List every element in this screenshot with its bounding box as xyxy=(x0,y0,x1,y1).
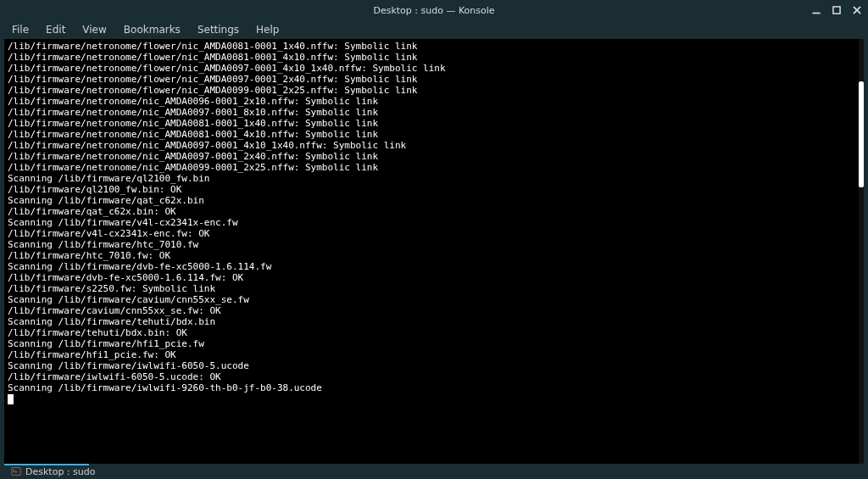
menu-bookmarks[interactable]: Bookmarks xyxy=(117,21,187,38)
terminal-line: /lib/firmware/s2250.fw: Symbolic link xyxy=(8,283,860,294)
terminal-cursor xyxy=(8,394,14,404)
close-button[interactable] xyxy=(851,4,863,16)
terminal-line: /lib/firmware/netronome/nic_AMDA0097-000… xyxy=(8,140,860,151)
tab-label: Desktop : sudo xyxy=(25,466,95,477)
terminal-line: /lib/firmware/htc_7010.fw: OK xyxy=(8,250,860,261)
terminal-line: Scanning /lib/firmware/iwlwifi-9260-th-b… xyxy=(8,382,860,393)
tabbar: Desktop : sudo xyxy=(4,464,864,479)
terminal-line: /lib/firmware/iwlwifi-6050-5.ucode: OK xyxy=(8,371,860,382)
scrollbar-thumb[interactable] xyxy=(859,81,864,187)
terminal-line: /lib/firmware/hfi1_pcie.fw: OK xyxy=(8,349,860,360)
terminal-line: Scanning /lib/firmware/hfi1_pcie.fw xyxy=(8,338,860,349)
terminal-line: /lib/firmware/tehuti/bdx.bin: OK xyxy=(8,327,860,338)
terminal-line: /lib/firmware/cavium/cnn55xx_se.fw: OK xyxy=(8,305,860,316)
maximize-button[interactable] xyxy=(831,4,843,16)
window-controls xyxy=(810,0,863,20)
terminal-line: /lib/firmware/netronome/nic_AMDA0097-000… xyxy=(8,107,860,118)
terminal-line: Scanning /lib/firmware/qat_c62x.bin xyxy=(8,195,860,206)
window-title: Desktop : sudo — Konsole xyxy=(373,5,494,16)
minimize-button[interactable] xyxy=(810,4,822,16)
terminal-icon xyxy=(11,466,21,476)
terminal-line: /lib/firmware/netronome/flower/nic_AMDA0… xyxy=(8,41,860,52)
svg-rect-1 xyxy=(833,7,840,14)
menubar: File Edit View Bookmarks Settings Help xyxy=(0,20,868,39)
terminal-line: Scanning /lib/firmware/tehuti/bdx.bin xyxy=(8,316,860,327)
terminal-line: /lib/firmware/netronome/nic_AMDA0096-000… xyxy=(8,96,860,107)
menu-view[interactable]: View xyxy=(75,21,113,38)
tab-active-indicator xyxy=(4,464,89,465)
menu-file[interactable]: File xyxy=(5,21,36,38)
terminal-line: /lib/firmware/netronome/nic_AMDA0081-000… xyxy=(8,129,860,140)
terminal-line: /lib/firmware/netronome/nic_AMDA0097-000… xyxy=(8,151,860,162)
terminal-line: /lib/firmware/netronome/nic_AMDA0099-000… xyxy=(8,162,860,173)
terminal-line: /lib/firmware/netronome/flower/nic_AMDA0… xyxy=(8,85,860,96)
terminal-line: Scanning /lib/firmware/ql2100_fw.bin xyxy=(8,173,860,184)
terminal-scrollbar[interactable] xyxy=(859,39,864,464)
terminal-line: /lib/firmware/ql2100_fw.bin: OK xyxy=(8,184,860,195)
window-titlebar: Desktop : sudo — Konsole xyxy=(0,0,868,20)
terminal-line: Scanning /lib/firmware/htc_7010.fw xyxy=(8,239,860,250)
terminal-line: /lib/firmware/v4l-cx2341x-enc.fw: OK xyxy=(8,228,860,239)
terminal-line: /lib/firmware/netronome/flower/nic_AMDA0… xyxy=(8,74,860,85)
tab-desktop-sudo[interactable]: Desktop : sudo xyxy=(4,465,102,479)
terminal-container: /lib/firmware/netronome/flower/nic_AMDA0… xyxy=(4,39,864,464)
terminal-line: /lib/firmware/dvb-fe-xc5000-1.6.114.fw: … xyxy=(8,272,860,283)
menu-edit[interactable]: Edit xyxy=(39,21,72,38)
terminal-line: /lib/firmware/netronome/nic_AMDA0081-000… xyxy=(8,118,860,129)
terminal-line: Scanning /lib/firmware/iwlwifi-6050-5.uc… xyxy=(8,360,860,371)
terminal-line: /lib/firmware/netronome/flower/nic_AMDA0… xyxy=(8,52,860,63)
menu-help[interactable]: Help xyxy=(249,21,286,38)
terminal-line: Scanning /lib/firmware/cavium/cnn55xx_se… xyxy=(8,294,860,305)
terminal-line: Scanning /lib/firmware/dvb-fe-xc5000-1.6… xyxy=(8,261,860,272)
menu-settings[interactable]: Settings xyxy=(191,21,246,38)
svg-rect-4 xyxy=(12,468,21,476)
terminal-output[interactable]: /lib/firmware/netronome/flower/nic_AMDA0… xyxy=(4,39,864,464)
terminal-line: /lib/firmware/qat_c62x.bin: OK xyxy=(8,206,860,217)
terminal-line: /lib/firmware/netronome/flower/nic_AMDA0… xyxy=(8,63,860,74)
terminal-line: Scanning /lib/firmware/v4l-cx2341x-enc.f… xyxy=(8,217,860,228)
